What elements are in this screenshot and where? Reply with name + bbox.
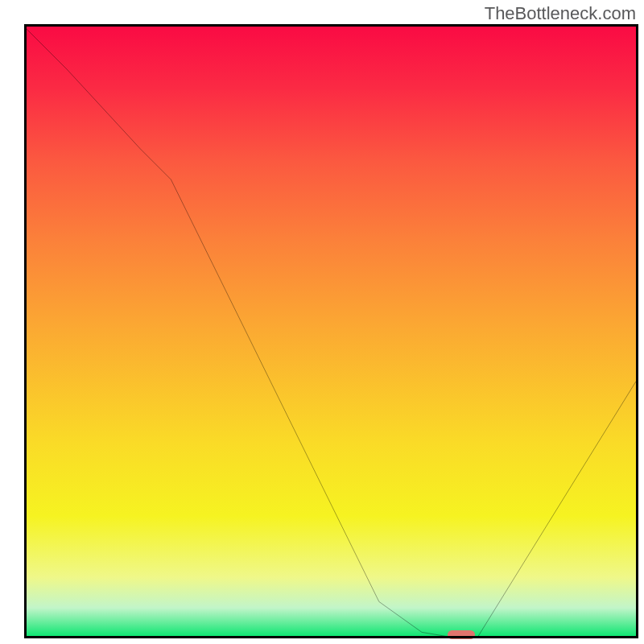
watermark-text: TheBottleneck.com [485, 3, 636, 24]
bottleneck-curve [24, 27, 636, 638]
optimal-marker [448, 630, 475, 639]
chart-area [24, 24, 638, 638]
